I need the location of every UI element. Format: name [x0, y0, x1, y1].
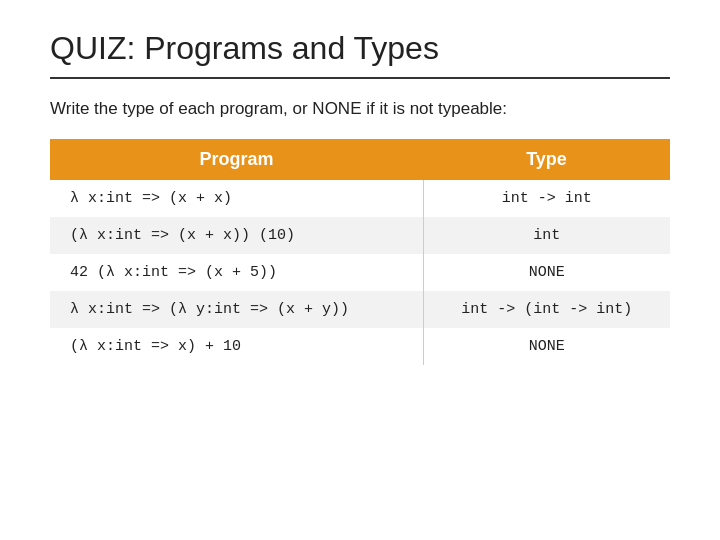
table-header-row: Program Type: [50, 139, 670, 180]
quiz-table: Program Type λ x:int => (x + x)int -> in…: [50, 139, 670, 365]
page-title: QUIZ: Programs and Types: [50, 30, 670, 67]
column-header-program: Program: [50, 139, 423, 180]
cell-type: int: [423, 217, 670, 254]
cell-type: NONE: [423, 328, 670, 365]
page: QUIZ: Programs and Types Write the type …: [0, 0, 720, 540]
table-row: (λ x:int => x) + 10NONE: [50, 328, 670, 365]
cell-type: NONE: [423, 254, 670, 291]
column-header-type: Type: [423, 139, 670, 180]
table-row: λ x:int => (x + x)int -> int: [50, 180, 670, 217]
cell-program: 42 (λ x:int => (x + 5)): [50, 254, 423, 291]
cell-type: int -> int: [423, 180, 670, 217]
table-row: λ x:int => (λ y:int => (x + y))int -> (i…: [50, 291, 670, 328]
subtitle: Write the type of each program, or NONE …: [50, 99, 670, 119]
cell-type: int -> (int -> int): [423, 291, 670, 328]
title-divider: [50, 77, 670, 79]
cell-program: (λ x:int => (x + x)) (10): [50, 217, 423, 254]
table-row: 42 (λ x:int => (x + 5))NONE: [50, 254, 670, 291]
cell-program: λ x:int => (x + x): [50, 180, 423, 217]
cell-program: λ x:int => (λ y:int => (x + y)): [50, 291, 423, 328]
cell-program: (λ x:int => x) + 10: [50, 328, 423, 365]
table-row: (λ x:int => (x + x)) (10)int: [50, 217, 670, 254]
